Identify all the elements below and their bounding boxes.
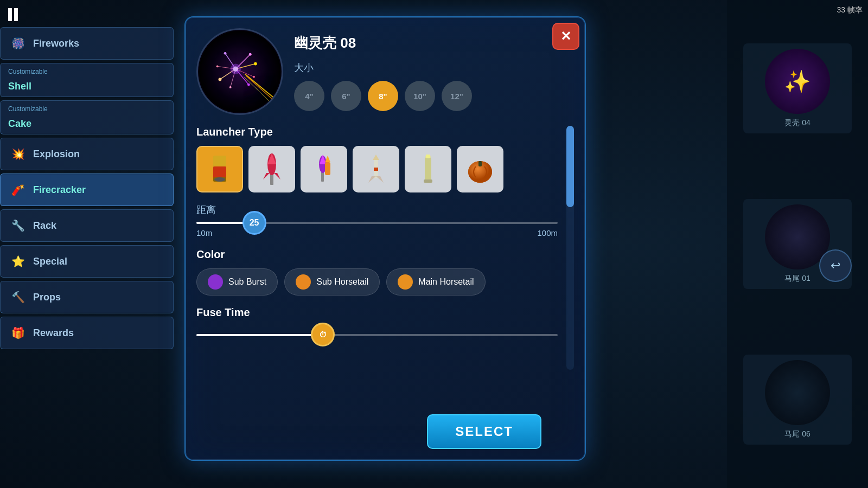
- svg-point-11: [253, 76, 255, 78]
- sidebar-item-firecracker[interactable]: 🧨 Firecracker: [0, 174, 174, 206]
- sidebar-item-label: Special: [33, 256, 67, 267]
- sidebar-item-props[interactable]: 🔨 Props: [0, 281, 174, 313]
- svg-point-16: [224, 52, 227, 55]
- fuse-time-section: Fuse Time ⏱: [196, 306, 558, 343]
- svg-rect-23: [213, 156, 226, 166]
- rack-icon: 🔧: [8, 216, 28, 235]
- firecracker-icon: 🧨: [8, 180, 28, 200]
- svg-point-10: [254, 62, 257, 66]
- svg-rect-27: [270, 174, 273, 185]
- distance-slider[interactable]: 25: [196, 222, 558, 224]
- svg-point-9: [249, 53, 252, 56]
- sidebar-item-label: Props: [33, 292, 61, 303]
- svg-rect-41: [374, 168, 378, 171]
- slider-min: 10m: [196, 228, 212, 237]
- launcher-btn-shell[interactable]: [196, 146, 243, 192]
- color-swatch-main-horsetail: [398, 274, 413, 290]
- color-label-sub-horsetail: Sub Horsetail: [316, 277, 368, 287]
- launcher-btn-multi-rocket[interactable]: [301, 146, 347, 192]
- scrollbar-track[interactable]: [566, 126, 574, 370]
- svg-point-13: [229, 86, 232, 88]
- launcher-btn-ball[interactable]: [457, 146, 503, 192]
- scrollbar-thumb[interactable]: [566, 126, 574, 207]
- sidebar-item-special[interactable]: ⭐ Special: [0, 245, 174, 278]
- svg-rect-43: [424, 179, 432, 183]
- launcher-btn-missile[interactable]: [353, 146, 399, 192]
- sidebar-item-label: Rewards: [33, 328, 74, 339]
- svg-point-14: [219, 78, 222, 81]
- sidebar-item-label: Cake: [8, 118, 31, 130]
- svg-marker-31: [274, 173, 280, 179]
- special-icon: ⭐: [8, 252, 28, 271]
- sidebar-item-rack[interactable]: 🔧 Rack: [0, 209, 174, 242]
- size-label: 大小: [294, 61, 558, 74]
- sidebar-item-label: Fireworks: [33, 38, 79, 49]
- fuse-slider-preview: ⏱: [196, 326, 558, 343]
- slider-max: 100m: [537, 228, 558, 237]
- sidebar-item-label: Firecracker: [33, 184, 86, 196]
- launcher-btn-tube[interactable]: [405, 146, 451, 192]
- right-panel-item-1[interactable]: ✨ 灵壳 04: [743, 43, 852, 133]
- sidebar-item-explosion[interactable]: 💥 Explosion: [0, 138, 174, 170]
- svg-rect-35: [325, 162, 330, 175]
- color-btn-main-horsetail[interactable]: Main Horsetail: [386, 268, 485, 296]
- size-btn-6[interactable]: 6": [331, 81, 361, 111]
- item-dialog: ✕: [184, 16, 586, 461]
- sidebar-item-customizable-cake[interactable]: Customizable Cake: [0, 100, 174, 134]
- svg-rect-32: [321, 172, 324, 182]
- svg-point-26: [214, 177, 225, 182]
- color-swatch-sub-burst: [208, 274, 223, 290]
- item-title: 幽灵壳 08: [294, 34, 558, 53]
- svg-point-15: [216, 65, 219, 67]
- close-button[interactable]: ✕: [552, 23, 579, 50]
- size-btn-4[interactable]: 4": [294, 81, 324, 111]
- explosion-icon: 💥: [8, 144, 28, 164]
- color-btn-sub-horsetail[interactable]: Sub Horsetail: [284, 268, 380, 296]
- color-label-main-horsetail: Main Horsetail: [418, 277, 474, 287]
- item-preview: [196, 28, 283, 115]
- sidebar: 🎆 Fireworks Customizable Shell Customiza…: [0, 22, 174, 355]
- color-title: Color: [196, 248, 558, 261]
- select-button[interactable]: SELECT: [427, 414, 541, 449]
- svg-rect-42: [425, 157, 431, 182]
- sidebar-item-label: Rack: [33, 220, 56, 232]
- launcher-type-title: Launcher Type: [196, 126, 558, 138]
- rewards-icon: 🎁: [8, 323, 28, 343]
- sidebar-item-sublabel: Customizable: [8, 68, 48, 75]
- sidebar-item-rewards[interactable]: 🎁 Rewards: [0, 317, 174, 349]
- right-panel-item-3[interactable]: 马尾 06: [743, 355, 852, 445]
- sidebar-item-fireworks[interactable]: 🎆 Fireworks: [0, 27, 174, 60]
- close-icon: ✕: [560, 29, 571, 44]
- size-btn-12[interactable]: 12": [442, 81, 472, 111]
- right-panel: ✨ 灵壳 04 马尾 01 马尾 06: [727, 0, 868, 488]
- color-options: Sub Burst Sub Horsetail Main Horsetail: [196, 268, 558, 296]
- launcher-btn-rocket[interactable]: [248, 146, 295, 192]
- fireworks-icon: 🎆: [8, 34, 28, 53]
- svg-point-21: [231, 64, 241, 74]
- back-button[interactable]: ↩: [819, 249, 852, 282]
- color-swatch-sub-horsetail: [296, 274, 311, 290]
- svg-point-12: [247, 84, 250, 86]
- pause-button[interactable]: [8, 8, 18, 21]
- color-btn-sub-burst[interactable]: Sub Burst: [196, 268, 278, 296]
- size-btn-10[interactable]: 10": [405, 81, 435, 111]
- props-icon: 🔨: [8, 287, 28, 307]
- svg-rect-45: [426, 155, 430, 158]
- fps-counter: 33 帧率: [837, 5, 863, 15]
- size-btn-8[interactable]: 8": [368, 81, 398, 111]
- svg-marker-38: [373, 155, 379, 160]
- launcher-type-section: Launcher Type: [196, 126, 558, 192]
- dialog-header: 幽灵壳 08 大小 4" 6" 8" 10" 12": [196, 28, 558, 115]
- slider-thumb[interactable]: 25: [242, 211, 266, 235]
- slider-track: 25: [196, 222, 558, 224]
- sidebar-item-label: Explosion: [33, 149, 80, 160]
- item-info: 幽灵壳 08 大小 4" 6" 8" 10" 12": [294, 28, 558, 111]
- launcher-grid: [196, 146, 558, 192]
- sidebar-item-customizable-shell[interactable]: Customizable Shell: [0, 63, 174, 97]
- svg-marker-36: [325, 156, 330, 162]
- sidebar-item-label: Shell: [8, 81, 31, 92]
- fuse-time-title: Fuse Time: [196, 306, 558, 319]
- dialog-content: 幽灵壳 08 大小 4" 6" 8" 10" 12" Launcher Type: [196, 28, 574, 433]
- sidebar-item-sublabel: Customizable: [8, 105, 48, 113]
- svg-rect-48: [478, 161, 482, 166]
